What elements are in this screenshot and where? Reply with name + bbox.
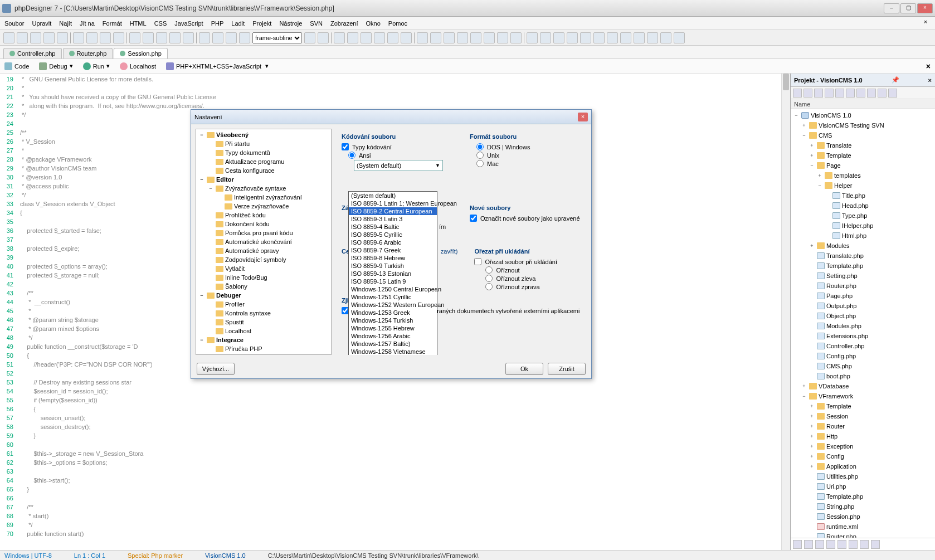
project-tool-button[interactable] [826,540,835,549]
encoding-option[interactable]: Windows-1251 Cyrillic [349,293,437,301]
project-tool-button[interactable] [878,89,887,98]
project-tree-node[interactable]: Setting.php [791,271,935,281]
project-tree-node[interactable]: Template.php [791,491,935,501]
ok-button[interactable]: Ok [505,363,543,375]
project-tree-node[interactable]: Head.php [791,201,935,211]
settings-tree-node[interactable]: Aktualizace programu [197,157,330,166]
project-tree-node[interactable]: Router.php [791,532,935,538]
toolbar-button[interactable] [334,32,345,43]
settings-tree-node[interactable]: Spustit [197,318,330,327]
encoding-option[interactable]: Windows-1254 Turkish [349,316,437,324]
toolbar-button[interactable] [540,32,551,43]
trimsave-checkbox[interactable] [474,258,481,265]
toolbar-button[interactable] [567,32,578,43]
project-tool-button[interactable] [793,540,802,549]
toolbar-button[interactable] [361,32,372,43]
document-tab[interactable]: Controller.php [3,48,62,59]
encoding-option[interactable]: ISO 8859-3 Latin 3 [349,215,437,223]
toolbar-button[interactable] [156,32,167,43]
toolbar-button[interactable] [30,32,41,43]
project-tool-button[interactable] [804,540,813,549]
settings-tree-node[interactable]: −Editor [197,175,330,184]
format-unix-radio[interactable] [476,152,484,159]
project-tree-node[interactable]: Session.php [791,512,935,522]
menu-pomoc[interactable]: Pomoc [388,20,407,27]
project-tree-node[interactable]: Uri.php [791,481,935,491]
project-tool-button[interactable] [856,89,865,98]
settings-tree-node[interactable]: −Debuger [197,291,330,300]
toolbar-button[interactable] [183,32,194,43]
menu-upravit[interactable]: Upravit [32,20,51,27]
project-tool-button[interactable] [837,540,846,549]
toolbar-button[interactable] [304,32,315,43]
settings-tree-node[interactable]: Automatické ukončování [197,237,330,246]
project-tool-button[interactable] [825,89,834,98]
project-tool-button[interactable] [815,540,824,549]
toolbar-button[interactable] [374,32,385,43]
menu-svn[interactable]: SVN [310,20,323,27]
document-tab[interactable]: Router.php [63,48,113,59]
encoding-option[interactable]: Windows-1255 Hebrew [349,324,437,332]
localhost-button[interactable]: Localhost [120,62,156,70]
panel-close-icon[interactable]: × [928,77,932,84]
toolbar-button[interactable] [444,32,455,43]
encoding-option[interactable]: (System default) [349,192,437,199]
encoding-option[interactable]: ISO 8859-9 Turkish [349,262,437,270]
project-tree-node[interactable]: +VisionCMS Testing SVN [791,120,935,130]
project-tree[interactable]: −VisionCMS 1.0+VisionCMS Testing SVN−CMS… [791,109,935,538]
settings-tree-node[interactable]: Inline Todo/Bug [197,273,330,282]
project-tree-node[interactable]: runtime.xml [791,522,935,532]
trim-radio[interactable] [485,266,493,274]
toolbar-button[interactable] [430,32,441,43]
menu-zobrazení[interactable]: Zobrazení [330,20,358,27]
toolbar-select[interactable]: frame-subline [252,32,302,43]
run-button[interactable]: Run ▾ [83,62,110,70]
toolbar-button[interactable] [457,32,468,43]
encoding-option[interactable]: ISO 8859-7 Greek [349,246,437,254]
encoding-option[interactable]: Windows-1258 Vietnamese [349,348,437,355]
encoding-option[interactable]: Windows-1250 Central European [349,285,437,293]
project-tree-node[interactable]: +Template [791,150,935,160]
toolbar-button[interactable] [470,32,481,43]
format-mac-radio[interactable] [476,160,484,167]
toolbar-button[interactable] [169,32,181,43]
document-tab[interactable]: Session.php [114,48,168,59]
encoding-option[interactable]: ISO 8859-6 Arabic [349,238,437,246]
toolbar-button[interactable] [199,32,210,43]
project-tree-node[interactable]: +Template [791,401,935,411]
project-tree-node[interactable]: −CMS [791,130,935,140]
encoding-option[interactable]: ISO 8859-2 Central European [349,207,437,215]
project-tree-node[interactable]: −Page [791,160,935,171]
settings-tree-node[interactable]: Vytlačit [197,264,330,273]
encoding-option[interactable]: ISO 8859-8 Hebrew [349,254,437,262]
menu-najít[interactable]: Najít [59,20,72,27]
toolbar-button[interactable] [226,32,237,43]
toolbar-button[interactable] [212,32,223,43]
toolbar-button[interactable] [674,32,685,43]
settings-tree-node[interactable]: Dokončení kódu [197,220,330,228]
project-tree-node[interactable]: Output.php [791,301,935,311]
toolbar-button[interactable] [510,32,522,43]
dialog-titlebar[interactable]: Nastavení × [191,110,591,124]
settings-tree-node[interactable]: Šablony [197,282,330,291]
close-document-icon[interactable]: × [926,62,931,71]
settings-tree-node[interactable]: Další příručky [197,353,330,355]
encoding-dropdown-list[interactable]: (System default)ISO 8859-1 Latin 1; West… [348,191,437,355]
menu-php[interactable]: PHP [211,20,224,27]
project-tree-node[interactable]: +Exception [791,441,935,451]
encoding-option[interactable]: ISO 8859-4 Baltic [349,223,437,231]
project-tool-button[interactable] [871,540,880,549]
toolbar-button[interactable] [73,32,84,43]
project-tool-button[interactable] [846,89,855,98]
minimize-button[interactable]: – [884,3,899,13]
toolbar-button[interactable] [620,32,631,43]
types-checkbox[interactable] [342,143,349,150]
trim-radio[interactable] [485,275,493,282]
toolbar-button[interactable] [417,32,428,43]
project-tree-node[interactable]: +Translate [791,140,935,150]
encoding-option[interactable]: Windows-1257 Baltic) [349,340,437,348]
menu-nástroje[interactable]: Nástroje [279,20,302,27]
toolbar-button[interactable] [580,32,591,43]
project-tree-node[interactable]: −VisionCMS 1.0 [791,110,935,120]
project-tool-button[interactable] [867,89,876,98]
